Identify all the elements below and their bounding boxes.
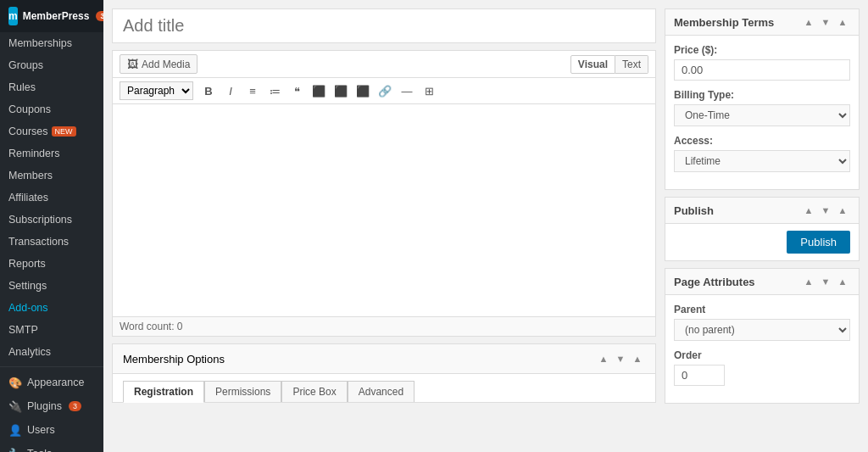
paragraph-select[interactable]: Paragraph [120,81,193,100]
tab-permissions[interactable]: Permissions [204,381,281,402]
page-attributes-up[interactable]: ▲ [801,274,816,289]
price-label: Price ($): [674,44,850,56]
billing-type-select[interactable]: One-Time Recurring [674,104,850,126]
text-tab[interactable]: Text [615,55,648,74]
order-input[interactable] [674,365,725,386]
membership-terms-title: Membership Terms [674,16,774,29]
sidebar-item-addons[interactable]: Add-ons [0,297,103,319]
tab-price-box[interactable]: Price Box [281,381,347,402]
access-select[interactable]: Lifetime Fixed Date After Fixed Period o… [674,150,850,172]
word-count-text: Word count: 0 [120,321,182,332]
sidebar-item-transactions[interactable]: Transactions [0,231,103,253]
membership-options-collapse-down[interactable]: ▼ [613,351,628,366]
billing-type-field-row: Billing Type: One-Time Recurring [674,89,850,126]
publish-panel-header: Publish ▲ ▼ ▲ [665,198,859,224]
parent-select[interactable]: (no parent) [674,319,850,341]
tools-icon: 🔧 [8,447,22,452]
title-input[interactable] [112,8,656,43]
view-tabs: Visual Text [570,55,648,74]
sidebar-item-tools[interactable]: 🔧 Tools [0,442,103,452]
content-area: 🖼 Add Media Visual Text Paragraph B I ≡ [103,0,868,452]
membership-terms-header: Membership Terms ▲ ▼ ▲ [665,9,859,36]
sidebar-header: m MemberPress 3 [0,0,103,32]
align-right-button[interactable]: ⬛ [353,81,373,100]
sidebar-item-affiliates[interactable]: Affiliates [0,187,103,209]
align-center-button[interactable]: ⬛ [331,81,351,100]
price-field-row: Price ($): [674,44,850,81]
membership-options-title: Membership Options [123,353,225,366]
sidebar-item-rules[interactable]: Rules [0,76,103,98]
add-media-button[interactable]: 🖼 Add Media [120,54,198,74]
align-left-button[interactable]: ⬛ [309,81,329,100]
publish-down[interactable]: ▼ [818,203,833,218]
sidebar-divider [0,366,103,367]
editor-toolbar-top: 🖼 Add Media Visual Text [113,51,655,78]
page-attributes-header: Page Attributes ▲ ▼ ▲ [665,269,859,295]
sidebar-app-name: MemberPress [23,10,90,22]
table-button[interactable]: ⊞ [419,81,439,100]
italic-button[interactable]: I [220,81,241,100]
word-count-bar: Word count: 0 [113,316,655,336]
sidebar: m MemberPress 3 Memberships Groups Rules… [0,0,103,452]
membership-terms-up[interactable]: ▲ [801,14,816,30]
parent-field-row: Parent (no parent) [674,304,850,341]
unordered-list-button[interactable]: ≡ [242,81,263,100]
sidebar-item-smtp[interactable]: SMTP [0,319,103,341]
tab-advanced[interactable]: Advanced [348,381,415,402]
sidebar-item-groups[interactable]: Groups [0,54,103,76]
sidebar-item-memberships[interactable]: Memberships [0,32,103,54]
publish-up[interactable]: ▲ [801,203,816,218]
sidebar-item-appearance[interactable]: 🎨 Appearance [0,371,103,394]
main-area: 🖼 Add Media Visual Text Paragraph B I ≡ [103,0,868,452]
membership-options-controls: ▲ ▼ ▲ [596,351,645,366]
sidebar-item-reminders[interactable]: Reminders [0,142,103,165]
appearance-icon: 🎨 [8,376,22,389]
membership-options-header: Membership Options ▲ ▼ ▲ [113,344,655,374]
blockquote-button[interactable]: ❝ [287,81,307,100]
publish-row: Publish [665,224,859,260]
membership-options-expand[interactable]: ▲ [630,351,645,366]
billing-type-label: Billing Type: [674,89,850,101]
options-tabs: Registration Permissions Price Box Advan… [113,374,655,402]
visual-tab[interactable]: Visual [570,55,615,74]
format-toolbar: Paragraph B I ≡ ≔ ❝ ⬛ ⬛ ⬛ 🔗 — ⊞ [113,78,655,104]
tab-registration[interactable]: Registration [123,381,204,403]
sidebar-item-users-label: Users [27,424,55,436]
membership-terms-controls: ▲ ▼ ▲ [801,14,850,30]
horizontal-rule-button[interactable]: — [397,81,417,100]
sidebar-item-plugins[interactable]: 🔌 Plugins 3 [0,394,103,418]
sidebar-item-members[interactable]: Members [0,165,103,187]
price-input[interactable] [674,59,850,81]
access-field-row: Access: Lifetime Fixed Date After Fixed … [674,135,850,172]
sidebar-item-reports[interactable]: Reports [0,253,103,275]
publish-expand[interactable]: ▲ [835,203,850,218]
sidebar-app-badge: 3 [96,11,103,21]
link-button[interactable]: 🔗 [375,81,395,100]
editor-body[interactable] [113,104,655,316]
sidebar-item-coupons[interactable]: Coupons [0,98,103,120]
ordered-list-button[interactable]: ≔ [264,81,285,100]
membership-terms-expand[interactable]: ▲ [835,14,850,30]
page-attributes-down[interactable]: ▼ [818,274,833,289]
publish-controls: ▲ ▼ ▲ [801,203,850,218]
sidebar-item-settings[interactable]: Settings [0,275,103,297]
sidebar-item-plugins-label: Plugins [27,400,62,412]
bold-button[interactable]: B [198,81,219,100]
editor-box: 🖼 Add Media Visual Text Paragraph B I ≡ [112,50,656,337]
sidebar-item-subscriptions[interactable]: Subscriptions [0,209,103,231]
page-attributes-expand[interactable]: ▲ [835,274,850,289]
sidebar-item-users[interactable]: 👤 Users [0,418,103,442]
sidebar-nav: Memberships Groups Rules Coupons Courses… [0,32,103,452]
publish-button[interactable]: Publish [787,231,850,254]
membership-terms-down[interactable]: ▼ [818,14,833,30]
membership-options-collapse-up[interactable]: ▲ [596,351,611,366]
plugins-badge: 3 [69,401,81,411]
membership-terms-panel: Membership Terms ▲ ▼ ▲ Price ($): Billin… [665,8,860,190]
membership-terms-body: Price ($): Billing Type: One-Time Recurr… [665,36,859,189]
page-attributes-controls: ▲ ▼ ▲ [801,274,850,289]
page-attributes-title: Page Attributes [674,276,755,288]
courses-new-badge: NEW [52,126,76,137]
publish-panel: Publish ▲ ▼ ▲ Publish [665,197,860,261]
sidebar-item-analytics[interactable]: Analytics [0,341,103,363]
sidebar-item-courses[interactable]: Courses NEW [0,120,103,142]
